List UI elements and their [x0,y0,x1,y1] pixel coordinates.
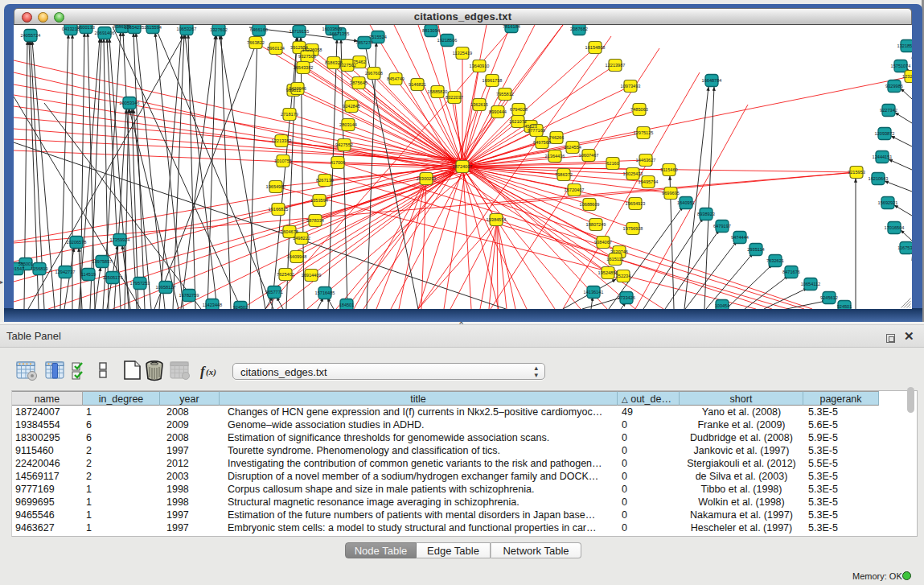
svg-text:184501: 184501 [339,303,355,307]
svg-text:8990444: 8990444 [489,109,507,114]
svg-text:2935114: 2935114 [747,247,764,252]
svg-text:5878334: 5878334 [306,218,324,223]
svg-text:1604678: 1604678 [281,229,298,234]
svg-text:1640951: 1640951 [677,200,695,205]
svg-text:1733426: 1733426 [618,295,635,300]
svg-text:417006: 417006 [331,160,346,165]
svg-text:10607467: 10607467 [579,153,599,158]
svg-text:1156819: 1156819 [31,266,47,271]
svg-text:18724007: 18724007 [453,164,473,169]
svg-text:9329986: 9329986 [885,84,903,89]
svg-text:6497568: 6497568 [533,140,551,145]
svg-text:1327602: 1327602 [210,27,228,32]
svg-text:100454: 100454 [715,303,730,308]
svg-text:75462: 75462 [353,60,366,64]
svg-text:20053346: 20053346 [120,101,140,105]
svg-text:10719155: 10719155 [290,29,310,34]
svg-text:19384554: 19384554 [487,217,507,222]
svg-text:1498222: 1498222 [293,236,310,241]
svg-text:12213383: 12213383 [272,138,292,143]
svg-text:16409948: 16409948 [287,254,307,259]
svg-text:12213987: 12213987 [606,63,626,68]
svg-text:1167534: 1167534 [897,245,912,250]
svg-text:12942737: 12942737 [55,270,76,274]
svg-text:13640910: 13640910 [470,64,490,68]
svg-text:7663822: 7663822 [247,40,265,45]
svg-text:8454749: 8454749 [387,76,405,81]
svg-text:9474444: 9474444 [731,235,749,240]
svg-text:12975125: 12975125 [634,130,654,135]
svg-text:1353594: 1353594 [310,198,328,203]
svg-text:20691406: 20691406 [95,31,115,35]
svg-text:25300293: 25300293 [417,176,437,181]
svg-text:8938923: 8938923 [697,212,715,216]
svg-text:15716485: 15716485 [315,290,335,295]
svg-text:10973493: 10973493 [621,84,641,89]
svg-text:10653267: 10653267 [177,27,197,31]
svg-text:9242845: 9242845 [343,104,360,109]
svg-text:252234: 252234 [616,274,631,278]
svg-text:13218506: 13218506 [897,43,912,48]
svg-text:20206578: 20206578 [67,240,87,245]
svg-text:3624554: 3624554 [564,145,581,150]
svg-text:1362615: 1362615 [470,102,488,107]
svg-text:19495794: 19495794 [639,179,659,184]
svg-text:9384067: 9384067 [594,240,612,245]
svg-text:9699695: 9699695 [662,191,680,196]
svg-text:7986372: 7986372 [555,172,573,177]
svg-text:8471676: 8471676 [782,270,800,274]
svg-text:19654923: 19654923 [626,201,646,206]
svg-text:7857274: 7857274 [355,40,373,45]
svg-text:7625402: 7625402 [277,272,294,277]
svg-text:1615594: 1615594 [144,25,162,30]
svg-text:9146821: 9146821 [409,82,426,87]
svg-text:8960124: 8960124 [267,46,285,51]
svg-text:19654987: 19654987 [266,184,286,189]
svg-text:746266: 746266 [549,135,565,140]
svg-text:9227342: 9227342 [880,108,897,113]
svg-text:12505175: 12505175 [103,275,123,280]
svg-text:14136141: 14136141 [584,290,604,295]
svg-text:6466160: 6466160 [250,27,268,32]
svg-text:10654112: 10654112 [801,282,820,286]
svg-text:11325419: 11325419 [453,51,472,56]
svg-text:18807249: 18807249 [586,222,606,227]
svg-text:62160: 62160 [606,161,619,166]
svg-text:1010755: 1010755 [274,159,292,163]
svg-text:10688609: 10688609 [580,202,600,207]
svg-text:10025433: 10025433 [623,171,643,176]
svg-text:2718179: 2718179 [281,112,298,117]
svg-text:15751074: 15751074 [891,64,911,68]
svg-text:924502: 924502 [233,305,248,309]
svg-text:3215953: 3215953 [848,170,865,175]
svg-text:9600133: 9600133 [77,25,95,30]
svg-text:16033809: 16033809 [322,27,343,31]
svg-text:15720407: 15720407 [565,187,585,192]
svg-text:7515524: 7515524 [369,35,387,39]
svg-text:8267130: 8267130 [316,178,334,183]
svg-text:8322037: 8322037 [446,95,463,100]
svg-text:16961758: 16961758 [483,78,503,83]
svg-text:17957253: 17957253 [130,281,150,286]
svg-text:10958127: 10958127 [156,285,176,290]
svg-text:9777169: 9777169 [528,128,545,133]
svg-text:2967608: 2967608 [365,71,383,76]
svg-text:8813054: 8813054 [422,28,440,33]
svg-text:16782759: 16782759 [179,293,199,298]
svg-text:1615112: 1615112 [606,257,623,262]
svg-text:2803144: 2803144 [339,122,357,127]
svg-text:(x): (x) [206,367,216,377]
svg-text:12444151: 12444151 [873,154,893,159]
svg-text:19756928: 19756928 [623,226,643,231]
svg-text:9427552: 9427552 [335,142,353,147]
svg-text:9115460: 9115460 [660,167,677,172]
svg-text:16914409: 16914409 [302,273,322,278]
svg-text:9245612: 9245612 [820,295,838,300]
svg-text:924501: 924501 [837,304,852,309]
svg-text:24055724: 24055724 [21,33,41,38]
svg-text:3120746: 3120746 [610,249,628,254]
svg-text:2087682: 2087682 [570,27,588,31]
svg-text:9657771: 9657771 [265,290,283,295]
svg-text:7955812: 7955812 [496,92,514,97]
svg-text:6479197: 6479197 [713,224,731,229]
